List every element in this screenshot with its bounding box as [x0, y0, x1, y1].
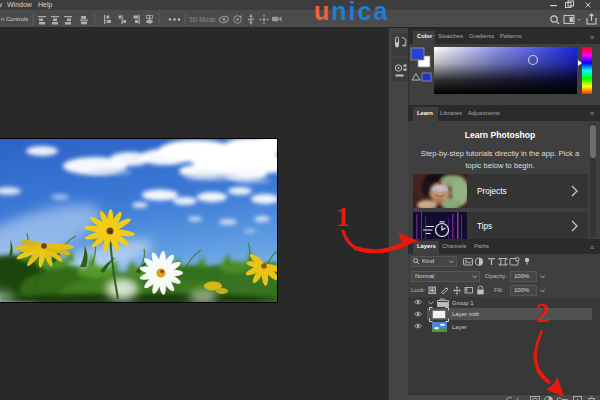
svg-text:2: 2 [536, 298, 550, 328]
svg-text:1: 1 [336, 202, 350, 232]
